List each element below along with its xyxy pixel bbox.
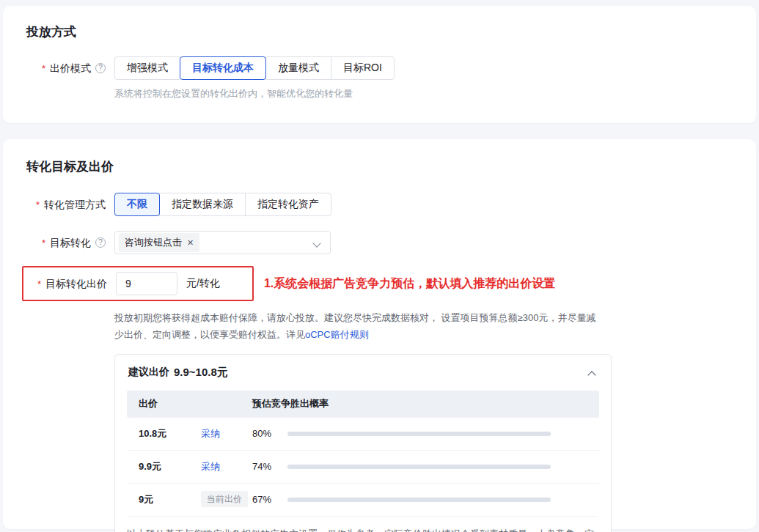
suggested-bid-panel-header[interactable]: 建议出价 9.9~10.8元 (115, 355, 611, 389)
bid-table-header: 出价 预估竞争胜出概率 (127, 391, 599, 417)
win-rate-value: 67% (252, 494, 287, 505)
target-conversion-select[interactable]: 咨询按钮点击 (114, 231, 331, 254)
column-header-bid: 出价 (139, 397, 252, 410)
remove-tag-icon[interactable] (187, 238, 194, 248)
bid-mode-helper-text: 系统将控制在您设置的转化出价内，智能优化您的转化量 (114, 87, 733, 100)
bid-mode-option-enhanced[interactable]: 增强模式 (114, 56, 180, 80)
adopt-link[interactable]: 采纳 (201, 461, 220, 472)
suggested-bid-panel: 建议出价 9.9~10.8元 出价 预估竞争胜出概率 10.8元 采纳 80% … (114, 354, 612, 532)
conversion-management-option-unlimited[interactable]: 不限 (114, 193, 160, 216)
bid-value: 9元 (139, 493, 201, 506)
suggested-bid-title: 建议出价 (128, 366, 169, 379)
conversion-management-segmented-control: 不限 指定数据来源 指定转化资产 (114, 193, 331, 216)
compensation-note: 投放初期您将获得超成本赔付保障，请放心投放。建议您尽快完成数据核对， 设置项目预… (114, 310, 604, 344)
target-bid-row: 目标转化出价 元/转化 1.系统会根据广告竞争力预估，默认填入推荐的出价设置 (26, 266, 733, 301)
section-title-delivery-method: 投放方式 (26, 23, 733, 40)
bid-table-row: 9元 当前出价 67% (127, 483, 599, 516)
target-conversion-row: 目标转化 咨询按钮点击 (26, 231, 733, 254)
bid-table-row: 10.8元 采纳 80% (127, 417, 599, 450)
help-icon[interactable] (95, 63, 106, 73)
suggested-bid-range: 9.9~10.8元 (174, 366, 228, 380)
current-bid-badge: 当前出价 (201, 491, 248, 507)
win-rate-value: 74% (252, 461, 287, 472)
conversion-management-row: 转化管理方式 不限 指定数据来源 指定转化资产 (26, 193, 733, 216)
estimate-disclaimer: 以上预估基于与您推广业务相似的广告主设置，仅作为参考，实际竞价胜出情况会受到素材… (127, 516, 596, 532)
bid-mode-row: 出价模式 增强模式 目标转化成本 放量模式 目标ROI (26, 56, 733, 80)
bid-value: 10.8元 (139, 427, 201, 440)
selected-conversion-tag: 咨询按钮点击 (119, 233, 199, 252)
bid-value: 9.9元 (139, 460, 201, 473)
bid-table-row: 9.9元 采纳 74% (127, 450, 599, 483)
column-header-win-rate: 预估竞争胜出概率 (252, 397, 329, 410)
annotation-highlight-box: 目标转化出价 元/转化 (22, 266, 254, 301)
target-conversion-label: 目标转化 (26, 231, 106, 254)
conversion-management-option-data-source[interactable]: 指定数据来源 (159, 193, 246, 216)
annotation-text: 1.系统会根据广告竞争力预估，默认填入推荐的出价设置 (264, 276, 555, 292)
bid-mode-segmented-control: 增强模式 目标转化成本 放量模式 目标ROI (114, 56, 395, 80)
conversion-management-label: 转化管理方式 (26, 193, 106, 216)
target-bid-input[interactable] (116, 272, 177, 295)
conversion-management-option-asset[interactable]: 指定转化资产 (245, 193, 331, 216)
win-rate-bar (287, 498, 551, 502)
target-bid-label: 目标转化出价 (23, 272, 107, 295)
chevron-down-icon[interactable] (314, 239, 321, 246)
help-icon[interactable] (95, 237, 106, 248)
bid-mode-option-target-roi[interactable]: 目标ROI (331, 56, 395, 80)
ocpc-rules-link[interactable]: oCPC赔付规则 (305, 329, 369, 340)
chevron-up-icon[interactable] (589, 369, 596, 376)
win-rate-bar (287, 465, 551, 469)
bid-unit-label: 元/转化 (186, 277, 220, 290)
adopt-link[interactable]: 采纳 (201, 428, 220, 439)
bid-mode-option-volume[interactable]: 放量模式 (265, 56, 331, 80)
conversion-target-section: 转化目标及出价 转化管理方式 不限 指定数据来源 指定转化资产 目标转化 咨询按… (3, 139, 756, 529)
bid-mode-label: 出价模式 (26, 56, 106, 80)
bid-mode-option-target-cpa[interactable]: 目标转化成本 (180, 56, 266, 80)
delivery-method-section: 投放方式 出价模式 增强模式 目标转化成本 放量模式 目标ROI 系统将控制在您… (3, 6, 756, 123)
section-title-conversion: 转化目标及出价 (26, 158, 733, 175)
win-rate-bar (287, 432, 551, 436)
win-rate-value: 80% (252, 428, 287, 439)
